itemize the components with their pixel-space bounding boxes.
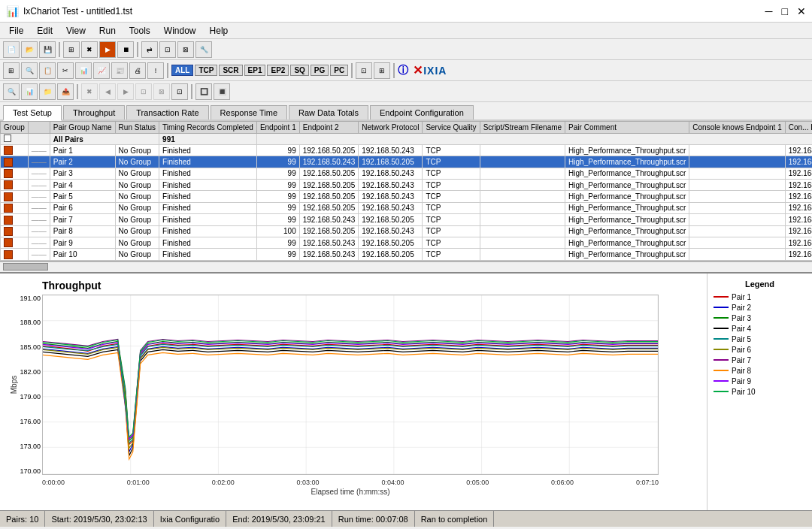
- tab-endpoint-configuration[interactable]: Endpoint Configuration: [370, 105, 474, 119]
- chart-canvas: [42, 295, 659, 475]
- filter-tag-scr[interactable]: SCR: [219, 65, 242, 76]
- table-row[interactable]: —— Pair 10 No Group Finished 99 192.168.…: [1, 249, 813, 260]
- cell-ep1: 192.168.50.205: [299, 145, 359, 156]
- filter-tag-pc[interactable]: PC: [330, 65, 348, 76]
- tb3-btn-12[interactable]: 🔳: [214, 83, 230, 100]
- scroll-thumb[interactable]: [3, 263, 48, 271]
- tb2-btn-2[interactable]: 🔍: [21, 62, 38, 79]
- menu-item-run[interactable]: Run: [93, 24, 122, 38]
- tab-raw-data-totals[interactable]: Raw Data Totals: [289, 105, 368, 119]
- status-bar: Pairs: 10 Start: 2019/5/30, 23:02:13 Ixi…: [0, 510, 812, 527]
- x-axis-tick: 0:00:00: [42, 479, 65, 486]
- copy-button[interactable]: ⊡: [356, 62, 372, 79]
- table-row[interactable]: —— Pair 8 No Group Finished 100 192.168.…: [1, 225, 813, 237]
- tb-btn-8[interactable]: 🔧: [195, 41, 212, 58]
- cell-script: High_Performance_Throughput.scr: [565, 214, 689, 225]
- tb3-btn-5[interactable]: ✖: [81, 83, 98, 100]
- cell-records: 99: [256, 168, 299, 179]
- tb2-btn-3[interactable]: 📋: [39, 62, 56, 79]
- tb3-btn-1[interactable]: 🔍: [3, 83, 20, 100]
- col-sq: Service Quality: [423, 122, 480, 134]
- table-row[interactable]: —— Pair 2 No Group Finished 99 192.168.5…: [1, 156, 813, 168]
- table-row[interactable]: —— Pair 5 No Group Finished 99 192.168.5…: [1, 191, 813, 202]
- tab-transaction-rate[interactable]: Transaction Rate: [126, 105, 208, 119]
- cell-ep1: 192.168.50.205: [299, 191, 359, 202]
- legend-label: Pair 6: [732, 346, 751, 354]
- open-button[interactable]: 📂: [21, 41, 38, 58]
- tb3-btn-9[interactable]: ⊠: [153, 83, 170, 100]
- paste-button[interactable]: ⊞: [374, 62, 390, 79]
- tb3-btn-11[interactable]: 🔲: [195, 83, 212, 100]
- tab-test-setup[interactable]: Test Setup: [3, 105, 62, 121]
- x-axis-tick: 0:01:00: [127, 479, 150, 486]
- tb3-btn-4[interactable]: 📤: [57, 83, 74, 100]
- legend-label: Pair 1: [732, 293, 751, 301]
- all-pairs-row[interactable]: All Pairs 991: [1, 134, 813, 145]
- table-row[interactable]: —— Pair 4 No Group Finished 99 192.168.5…: [1, 180, 813, 191]
- cell-dash: ——: [28, 225, 50, 237]
- tb2-btn-4[interactable]: ✂: [57, 62, 74, 79]
- menu-item-window[interactable]: Window: [158, 24, 202, 38]
- tb3-btn-8[interactable]: ⊡: [135, 83, 152, 100]
- tb-btn-6[interactable]: ⊡: [159, 41, 176, 58]
- filter-tag-ep1[interactable]: EP1: [244, 65, 266, 76]
- all-pairs-label: All Pairs: [50, 134, 159, 145]
- cell-records: 99: [256, 145, 299, 156]
- table-row[interactable]: —— Pair 6 No Group Finished 99 192.168.5…: [1, 202, 813, 213]
- delete-button[interactable]: ✖: [81, 41, 98, 58]
- x-axis-tick: 0:06:00: [551, 479, 574, 486]
- tb2-btn-8[interactable]: 🖨: [129, 62, 146, 79]
- filter-tag-all[interactable]: ALL: [171, 65, 193, 76]
- tb3-btn-6[interactable]: ◀: [99, 83, 116, 100]
- cell-records: 99: [256, 237, 299, 248]
- table-row[interactable]: —— Pair 1 No Group Finished 99 192.168.5…: [1, 145, 813, 156]
- cell-group: No Group: [115, 214, 159, 225]
- cell-records: 100: [256, 225, 299, 237]
- menu-item-edit[interactable]: Edit: [31, 24, 59, 38]
- table-body: All Pairs 991 —— Pair 1 No Group Finishe…: [1, 134, 813, 261]
- cell-comment: [689, 214, 785, 225]
- minimize-button[interactable]: ─: [765, 5, 773, 17]
- maximize-button[interactable]: □: [782, 5, 788, 17]
- table-row[interactable]: —— Pair 7 No Group Finished 99 192.168.5…: [1, 214, 813, 225]
- menu-item-file[interactable]: File: [3, 24, 29, 38]
- window-controls[interactable]: ─ □ ✕: [765, 5, 806, 17]
- add-pair-button[interactable]: ⊞: [63, 41, 80, 58]
- tab-throughput[interactable]: Throughput: [63, 105, 125, 119]
- tb3-btn-7[interactable]: ▶: [117, 83, 134, 100]
- tb2-btn-5[interactable]: 📊: [75, 62, 92, 79]
- menu-item-help[interactable]: Help: [204, 24, 235, 38]
- cell-group: No Group: [115, 180, 159, 191]
- tb2-btn-6[interactable]: 📈: [93, 62, 110, 79]
- cell-ep2: 192.168.50.205: [359, 249, 423, 260]
- horizontal-scrollbar[interactable]: [0, 261, 812, 272]
- cell-status: Finished: [159, 237, 257, 248]
- cell-console-ep1: 192.168.50.243: [785, 214, 812, 225]
- cell-status: Finished: [159, 180, 257, 191]
- status-runtime: Run time: 00:07:08: [332, 511, 415, 527]
- run-button[interactable]: ▶: [99, 41, 116, 58]
- table-row[interactable]: —— Pair 3 No Group Finished 99 192.168.5…: [1, 168, 813, 179]
- filter-tag-pg[interactable]: PG: [311, 65, 329, 76]
- tb3-btn-10[interactable]: ⊡: [171, 83, 188, 100]
- filter-tag-ep2[interactable]: EP2: [267, 65, 289, 76]
- filter-tag-tcp[interactable]: TCP: [195, 65, 217, 76]
- tb3-btn-3[interactable]: 📁: [39, 83, 56, 100]
- menu-item-view[interactable]: View: [60, 24, 92, 38]
- save-button[interactable]: 💾: [39, 41, 56, 58]
- stop-button[interactable]: ⏹: [117, 41, 134, 58]
- table-row[interactable]: —— Pair 9 No Group Finished 99 192.168.5…: [1, 237, 813, 248]
- filter-tag-sq[interactable]: SQ: [290, 65, 308, 76]
- tb3-btn-2[interactable]: 📊: [21, 83, 38, 100]
- tab-response-time[interactable]: Response Time: [211, 105, 287, 119]
- new-button[interactable]: 📄: [3, 41, 20, 58]
- menu-item-tools[interactable]: Tools: [123, 24, 156, 38]
- tb-btn-5[interactable]: ⇄: [141, 41, 158, 58]
- cell-group: No Group: [115, 225, 159, 237]
- cell-sq: [480, 202, 565, 213]
- tb2-btn-9[interactable]: !: [147, 62, 164, 79]
- tb2-btn-1[interactable]: ⊞: [3, 62, 20, 79]
- tb2-btn-7[interactable]: 📰: [111, 62, 128, 79]
- tb-btn-7[interactable]: ⊠: [177, 41, 194, 58]
- close-button[interactable]: ✕: [797, 5, 806, 17]
